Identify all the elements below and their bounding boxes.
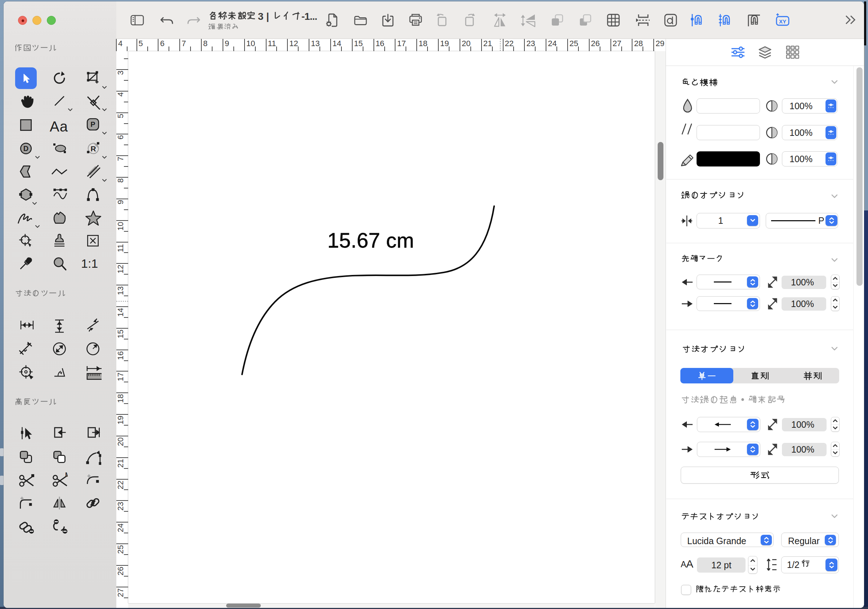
svg-text:P: P <box>90 120 95 128</box>
svg-text:D: D <box>23 144 28 152</box>
svg-text:R: R <box>91 144 96 153</box>
svg-text:XY: XY <box>779 19 786 25</box>
svg-text:M: M <box>65 472 68 478</box>
